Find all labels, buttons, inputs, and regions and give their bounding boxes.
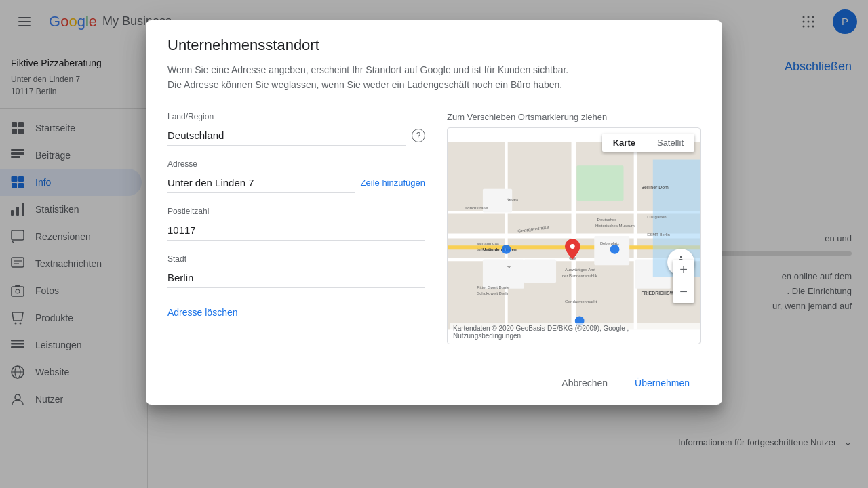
svg-text:Deutsches: Deutsches [597, 218, 617, 222]
country-input[interactable] [167, 125, 406, 146]
svg-text:der Bundesrepublik: der Bundesrepublik [562, 273, 598, 277]
postal-field-group: Postleitzahl [167, 207, 425, 241]
add-line-button[interactable]: Zeile hinzufügen [361, 178, 425, 188]
postal-input[interactable] [167, 220, 425, 241]
map-toggle-karte[interactable]: Karte [602, 134, 646, 152]
svg-text:ESMT Berlin: ESMT Berlin [647, 232, 670, 237]
svg-text:Historisches Museum: Historisches Museum [595, 224, 635, 228]
svg-text:Schokowelt Berlin: Schokowelt Berlin [477, 291, 509, 295]
address-field-row: Zeile hinzufügen [167, 173, 425, 193]
svg-text:i: i [614, 247, 614, 251]
address-label: Adresse [167, 159, 425, 169]
svg-text:Neues: Neues [507, 197, 518, 201]
dialog: Unternehmensstandort Wenn Sie eine Adres… [146, 20, 722, 405]
svg-rect-57 [483, 259, 524, 288]
svg-text:adrichstraße: adrichstraße [465, 206, 488, 210]
map-toggle: Karte Satellit [602, 134, 694, 152]
city-field-group: Stadt [167, 254, 425, 288]
map-section: Zum Verschieben Ortsmarkierung ziehen [447, 112, 701, 344]
map-zoom-in-button[interactable]: + [673, 260, 694, 281]
country-label: Land/Region [167, 112, 425, 121]
svg-text:Ho...: Ho... [507, 264, 515, 268]
svg-text:Unter den Linden: Unter den Linden [483, 247, 517, 251]
dialog-footer: Abbrechen Übernehmen [146, 361, 722, 405]
address-field-group: Adresse Zeile hinzufügen [167, 159, 425, 193]
svg-point-81 [570, 244, 575, 249]
country-field-group: Land/Region ? [167, 112, 425, 146]
svg-text:ssmann das: ssmann das [477, 241, 499, 245]
dialog-form-map: Land/Region ? Adresse Zeile hinzufügen [167, 112, 701, 344]
svg-text:Bebelplatz: Bebelplatz [600, 241, 619, 245]
svg-text:Berliner Dom: Berliner Dom [641, 185, 669, 190]
cancel-button[interactable]: Abbrechen [551, 372, 618, 394]
svg-text:i: i [505, 247, 506, 253]
map-zoom-controls: + − [673, 260, 694, 303]
country-field-row: ? [167, 125, 425, 146]
postal-label: Postleitzahl [167, 207, 425, 216]
svg-text:Gendarmenmarkt: Gendarmenmarkt [565, 300, 597, 304]
apply-button[interactable]: Übernehmen [624, 372, 701, 394]
svg-text:Lustgarten: Lustgarten [647, 215, 667, 219]
map-toggle-satellit[interactable]: Satellit [646, 134, 694, 152]
svg-rect-59 [524, 259, 556, 283]
dialog-form: Land/Region ? Adresse Zeile hinzufügen [167, 112, 425, 344]
map-container[interactable]: Georgenstraße ssmann das turKaufhaus Rit… [447, 127, 701, 344]
country-help-icon[interactable]: ? [412, 129, 425, 142]
modal-overlay: Unternehmensstandort Wenn Sie eine Adres… [0, 0, 868, 488]
city-label: Stadt [167, 254, 425, 264]
map-hint: Zum Verschieben Ortsmarkierung ziehen [447, 112, 701, 122]
city-input[interactable] [167, 268, 425, 288]
address-input[interactable] [167, 173, 355, 193]
dialog-description: Wenn Sie eine Adresse angeben, erscheint… [167, 62, 574, 93]
delete-address-button[interactable]: Adresse löschen [167, 307, 425, 318]
dialog-title: Unternehmensstandort [167, 37, 701, 54]
map-zoom-out-button[interactable]: − [673, 281, 694, 303]
svg-point-84 [610, 245, 620, 254]
map-credit: Kartendaten © 2020 GeoBasis-DE/BKG (©200… [450, 323, 700, 341]
svg-text:Ritter Sport Bunte: Ritter Sport Bunte [477, 285, 510, 289]
svg-point-82 [502, 245, 511, 254]
dialog-content: Unternehmensstandort Wenn Sie eine Adres… [146, 20, 722, 361]
svg-rect-54 [576, 165, 623, 201]
svg-text:Auswärtiges Amt: Auswärtiges Amt [565, 268, 595, 272]
